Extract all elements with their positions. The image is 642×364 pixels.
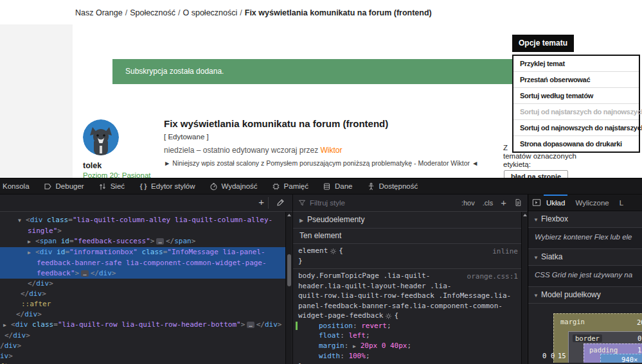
gear-icon[interactable]	[330, 248, 337, 255]
toggle-hover-button[interactable]: :hov	[461, 199, 475, 207]
scroll-up-arrow-icon[interactable]	[287, 214, 291, 216]
twisty-icon[interactable]: ▶	[28, 237, 35, 247]
box-model-margin[interactable]: margin 20 border 0 padding 15 940×	[553, 313, 642, 363]
tab-truncated[interactable]: L	[620, 195, 623, 211]
markup-line[interactable]: iv>	[0, 351, 285, 361]
flexbox-section-header[interactable]: ▼Flexbox	[528, 211, 642, 228]
breadcrumb-current: Fix wyświetlania komunikatu na forum (fr…	[245, 8, 432, 17]
topic-menu-item[interactable]: Strona dopasowana do drukarki	[513, 135, 639, 152]
css-declaration[interactable]: margin: ▶ 20px 0 40px;	[293, 341, 527, 352]
breadcrumb-separator: /	[240, 8, 242, 17]
markup-line[interactable]: </div>	[0, 289, 285, 299]
css-declaration[interactable]: float: left;	[293, 331, 527, 341]
twisty-icon[interactable]: ▼	[18, 216, 26, 226]
devtools-tab-sie[interactable]: Sieć	[91, 178, 132, 194]
box-model-padding[interactable]: padding 15 940×	[584, 343, 642, 363]
rules-scrollbar[interactable]	[521, 212, 527, 364]
toggle-pane-icon[interactable]	[532, 198, 541, 207]
scrollbar-thumb[interactable]	[287, 254, 291, 286]
markup-line[interactable]: ::after	[0, 299, 285, 309]
margin-label: margin	[560, 318, 585, 325]
devtools-tab-edytorstylw[interactable]: { }Edytor stylów	[132, 178, 202, 194]
border-top-value[interactable]: 0	[638, 334, 641, 342]
devtools-tab-pami[interactable]: Pamięć	[265, 178, 316, 194]
eyedropper-icon[interactable]	[276, 198, 285, 209]
create-node-button[interactable]: +	[258, 196, 264, 207]
labels-text-line1: tematów oznaczonych	[503, 152, 638, 160]
grid-section-header[interactable]: ▼Siatka	[528, 249, 642, 266]
boxmodel-section-header[interactable]: ▼Model pudełkowy	[528, 287, 642, 304]
expand-icon[interactable]: ▶	[353, 343, 359, 349]
twisty-icon[interactable]: ▶	[28, 248, 35, 258]
topic-menu-item[interactable]: Przestań obserwować	[513, 71, 639, 87]
ellipsis-chip[interactable]: …	[81, 270, 88, 277]
banner-text: Subskrypcja została dodana.	[125, 67, 224, 76]
topic-menu-item[interactable]: Sortuj od najnowszych do najstarszych	[513, 119, 639, 135]
tab-label: Dane	[335, 182, 353, 190]
topic-options-button[interactable]: Opcje tematu	[512, 35, 574, 52]
gear-icon[interactable]	[385, 313, 392, 320]
tab-label: Sieć	[111, 182, 125, 190]
markup-line[interactable]: </div>	[0, 309, 285, 320]
breadcrumb-separator: /	[178, 8, 180, 17]
markup-line[interactable]: fter	[0, 361, 285, 364]
scroll-up-arrow-icon[interactable]	[523, 214, 527, 216]
toggle-classes-button[interactable]: .cls	[483, 199, 494, 207]
markup-line[interactable]: ▶<div id="informationbox" class="InfoMes…	[0, 247, 285, 258]
css-declaration[interactable]: width: 100%;	[293, 351, 527, 361]
devtools-tab-konsola[interactable]: Konsola	[0, 178, 37, 194]
expander-icon[interactable]: ▶	[299, 212, 307, 229]
filter-styles-input[interactable]: Filtruj style	[310, 199, 454, 207]
breadcrumb-link[interactable]: O społeczności	[183, 8, 238, 17]
code-token: iv	[0, 352, 8, 360]
ellipsis-chip[interactable]: …	[156, 238, 163, 245]
breadcrumb-link[interactable]: Nasz Orange	[75, 8, 123, 17]
markup-scrollbar[interactable]	[285, 212, 292, 364]
breadcrumb-link[interactable]: Społeczność	[130, 8, 175, 17]
markup-line[interactable]: </div>	[0, 331, 285, 341]
rule-origin-link[interactable]: orange.css:1	[467, 272, 518, 282]
markup-line[interactable]: /div>	[0, 341, 285, 351]
padding-top-value[interactable]: 15	[638, 346, 642, 354]
post-author[interactable]: tolek	[83, 161, 102, 170]
css-rule: orange.css:1 body.ForumTopicPage .lia-qu…	[293, 269, 527, 364]
devtools-tab-dane[interactable]: Dane	[316, 178, 360, 194]
markup-line[interactable]: ▶<div class="lia-quilt-row lia-quilt-row…	[0, 320, 285, 331]
topic-menu-item[interactable]: Przyklej temat	[513, 56, 639, 71]
css-declaration[interactable]: position: revert;	[293, 321, 527, 331]
markup-line[interactable]: single">	[0, 226, 285, 236]
devtools-tab-dostpno[interactable]: Dostępność	[359, 178, 425, 194]
edge-value[interactable]: 15	[558, 352, 566, 360]
tab-layout[interactable]: Układ	[546, 195, 565, 211]
add-rule-button[interactable]: +	[501, 197, 506, 208]
edge-value[interactable]: 0	[551, 352, 555, 360]
edge-value[interactable]: 0	[542, 352, 546, 360]
markup-toolbar: +	[0, 195, 292, 212]
pseudoelements-section[interactable]: ▶Pseudoelementy	[293, 212, 527, 229]
tab-computed[interactable]: Wyliczone	[575, 195, 609, 211]
border-label: border	[573, 334, 602, 342]
box-model-border[interactable]: border 0 padding 15 940×	[568, 331, 642, 363]
margin-top-value[interactable]: 20	[637, 318, 642, 326]
collapse-icon[interactable]: ▼	[533, 250, 541, 266]
print-simulation-icon[interactable]	[514, 198, 522, 208]
rule-selector-line: quilt-row.lia-quilt-row-feedback .InfoMe…	[293, 291, 527, 301]
code-token: "lia-quilt-row lia-quilt-row-header-bott…	[58, 320, 241, 329]
markup-line[interactable]: </div>	[0, 279, 285, 289]
devtools-tab-debuger[interactable]: Debuger	[37, 178, 91, 194]
topic-menu-item[interactable]: Sortuj według tematów	[513, 87, 639, 103]
code-token: </	[91, 269, 99, 277]
collapse-icon[interactable]: ▼	[533, 288, 541, 304]
avatar[interactable]	[83, 119, 119, 155]
devtools-tab-wydajno[interactable]: Wydajność	[202, 178, 264, 194]
markup-line[interactable]: ▼<div class="lia-quilt-column-alley lia-…	[0, 215, 285, 226]
ellipsis-chip[interactable]: …	[247, 322, 254, 328]
markup-line[interactable]: feedback-banner-safe lia-component-commo…	[0, 258, 285, 268]
collapse-icon[interactable]: ▼	[533, 212, 541, 228]
code-token: =	[69, 237, 74, 245]
box-model-content[interactable]: 940×	[600, 354, 642, 363]
markup-line[interactable]: ▶<span id="feedback-success">…</span>	[0, 236, 285, 247]
editor-link[interactable]: Wiktor	[320, 146, 342, 155]
twisty-icon[interactable]: ▶	[3, 320, 11, 331]
markup-line[interactable]: feedback">…</div>	[0, 268, 285, 279]
